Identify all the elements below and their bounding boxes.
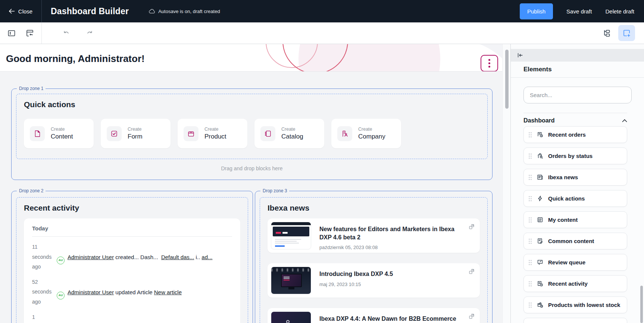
redo-button[interactable] <box>84 27 96 40</box>
main-scrollbar-thumb[interactable] <box>505 50 509 109</box>
news-thumbnail <box>271 222 311 249</box>
quick-action-label: Product <box>204 133 226 140</box>
publish-button[interactable]: Publish <box>520 3 553 19</box>
drag-handle-icon[interactable] <box>528 174 532 180</box>
drag-handle-icon[interactable] <box>528 238 532 244</box>
external-link-icon[interactable] <box>468 268 475 275</box>
drag-handle-icon[interactable] <box>528 302 532 308</box>
activity-timestamp: 11secondsago <box>32 242 53 272</box>
news-item[interactable]: Introducing Ibexa DXP 4.5 maj 29, 2023 1… <box>268 263 480 298</box>
recent-activity-heading: Recent activity <box>24 204 240 212</box>
panel-item-my-content[interactable]: My content <box>523 211 627 228</box>
quick-actions-cards: Create Content Create Form Create Produc… <box>24 119 480 148</box>
activity-link[interactable]: Administrator User <box>68 254 114 260</box>
autosave-text: Autosave is on, draft created <box>158 9 220 14</box>
quick-action-label: Content <box>51 133 73 140</box>
quick-action-prefix: Create <box>281 127 303 132</box>
toggle-infobar-button[interactable] <box>5 27 18 40</box>
activity-group-label: Today <box>32 225 232 232</box>
panel-item-review-queue[interactable]: Review queue <box>523 254 627 271</box>
news-date: maj 29, 2023 10:15 <box>319 282 393 287</box>
panel-item-quick-actions[interactable]: Quick actions <box>523 190 627 207</box>
activity-link[interactable]: New article <box>154 289 182 295</box>
quick-action-label: Company <box>358 133 385 140</box>
quick-action-label: Form <box>128 133 143 140</box>
news-list: New features for Editors and Marketers i… <box>268 218 480 323</box>
undo-button[interactable] <box>60 27 72 40</box>
drop-zone-3-dropslot[interactable]: Ibexa news New features for Editors and … <box>260 197 488 323</box>
drag-handle-icon[interactable] <box>528 281 532 287</box>
panel-item-common-content[interactable]: Common content <box>523 233 627 249</box>
panel-element-label: My content <box>548 217 578 223</box>
quick-action-prefix: Create <box>51 127 73 132</box>
activity-timestamp: 1 <box>32 312 53 322</box>
quick-action-card-company[interactable]: Create Company <box>331 119 401 148</box>
save-draft-button[interactable]: Save draft <box>566 8 592 15</box>
close-button[interactable]: Close <box>0 0 42 22</box>
panel-item-products-with-lowest-stock[interactable]: Products with lowest stock <box>523 296 627 313</box>
external-link-icon[interactable] <box>468 313 475 320</box>
chevron-up-icon[interactable] <box>622 119 627 122</box>
news-thumbnail <box>271 267 311 294</box>
drag-handle-icon[interactable] <box>528 132 532 138</box>
drag-handle-icon[interactable] <box>528 217 532 223</box>
recent-orders-icon <box>537 131 544 138</box>
news-thumbnail <box>271 311 311 323</box>
quick-action-prefix: Create <box>204 127 226 132</box>
activity-row: 52secondsago AUAdministrator User update… <box>32 277 232 307</box>
activity-link[interactable]: ad... <box>201 254 212 260</box>
drop-zone-1-dropslot[interactable]: Quick actions Create Content Create Form… <box>16 94 488 159</box>
activity-link[interactable]: Default das... <box>161 254 194 260</box>
external-link-icon[interactable] <box>468 223 475 230</box>
activity-row: 11secondsago AUAdministrator User create… <box>32 242 232 272</box>
activity-timestamp: 52secondsago <box>32 277 53 307</box>
review-queue-icon <box>537 259 544 266</box>
quick-action-card-form[interactable]: Create Form <box>101 119 171 148</box>
dashboard-canvas: Good morning, Administrator! Drop zone 1… <box>0 44 510 323</box>
structure-view-button[interactable] <box>600 27 613 40</box>
elements-search-input[interactable] <box>523 87 632 103</box>
drag-handle-icon[interactable] <box>528 153 532 159</box>
drag-handle-icon[interactable] <box>528 196 532 202</box>
delete-draft-button[interactable]: Delete draft <box>605 8 634 15</box>
collapse-panel-icon[interactable] <box>517 52 523 58</box>
news-item[interactable]: New features for Editors and Marketers i… <box>268 218 480 253</box>
panel-element-label: Recent orders <box>548 131 586 138</box>
ibexa-news-icon <box>537 174 544 181</box>
main-scrollbar-track[interactable] <box>502 44 510 323</box>
panel-item-partial[interactable] <box>523 318 627 323</box>
drag-handle-icon[interactable] <box>528 260 532 265</box>
autosave-status: Autosave is on, draft created <box>149 9 220 14</box>
panel-title: Elements <box>523 66 552 73</box>
elements-panel: Elements Dashboard Recent orders Orders … <box>510 44 644 323</box>
quick-action-card-catalog[interactable]: Create Catalog <box>254 119 324 148</box>
switch-layout-button[interactable] <box>24 27 36 40</box>
drop-zone-2: Drop zone 2 Recent activity Today 11seco… <box>11 191 253 323</box>
quick-action-card-content[interactable]: Create Content <box>24 119 94 148</box>
panel-item-orders-by-status[interactable]: Orders by status <box>523 147 627 164</box>
panel-element-label: Review queue <box>548 259 585 265</box>
elements-list: Recent orders Orders by status Ibexa new… <box>523 126 627 323</box>
my-content-icon <box>537 216 544 223</box>
news-item[interactable]: Ibexa DXP 4.4: A New Dawn for B2B Ecomme… <box>268 308 480 323</box>
panel-item-ibexa-news[interactable]: Ibexa news <box>523 169 627 186</box>
drop-zone-3: Drop zone 3 Ibexa news New features for … <box>255 191 493 323</box>
add-block-button[interactable] <box>618 25 635 41</box>
drop-zone-2-dropslot[interactable]: Recent activity Today 11secondsago AUAdm… <box>16 197 248 323</box>
panel-item-recent-activity[interactable]: Recent activity <box>523 275 627 292</box>
activity-text: i.. <box>194 254 201 260</box>
activity-link[interactable]: Administrator User <box>68 289 114 295</box>
panel-scrollbar-thumb[interactable] <box>640 286 643 323</box>
activity-description: AUAdministrator User updated Article New… <box>57 277 182 307</box>
drop-zone-3-label: Drop zone 3 <box>260 188 289 193</box>
dashboard-options-button[interactable] <box>481 55 498 72</box>
section-dashboard[interactable]: Dashboard <box>523 117 627 124</box>
app-title: Dashboard Builder <box>51 6 129 16</box>
quick-action-card-product[interactable]: Create Product <box>178 119 247 148</box>
drop-zone-2-label: Drop zone 2 <box>17 188 46 193</box>
panel-item-recent-orders[interactable]: Recent orders <box>523 126 627 143</box>
avatar: AU <box>57 257 65 264</box>
catalog-icon <box>260 126 275 141</box>
back-arrow-icon <box>9 9 15 14</box>
divider <box>511 77 644 78</box>
